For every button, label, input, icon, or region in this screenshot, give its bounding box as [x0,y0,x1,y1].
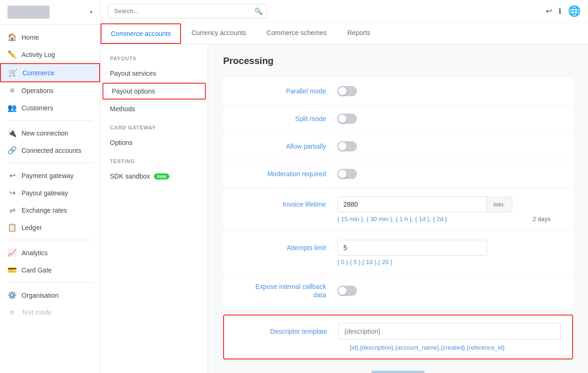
sidebar-item-test-mode[interactable]: ○Test mode [0,304,100,321]
invoice-hint-right: 2 days [533,215,562,222]
nav-icon-ledger: 📋 [7,223,17,232]
sidebar-nav: 🏠Home✏️Activity Log🛒Commerce≡Operations👥… [0,25,100,373]
attempts-20-hint[interactable]: { 20 } [378,258,392,265]
nav-label-organisation: Organisation [22,292,58,299]
invoice-1d-hint[interactable]: { 1d }, [415,215,431,222]
sidebar-logo: ▾ [0,0,100,25]
invoice-lifetime-input[interactable] [337,196,487,212]
expose-callback-label-data: data [313,291,326,299]
options-item[interactable]: Options [101,134,208,151]
expose-callback-toggle[interactable] [337,286,357,296]
sidebar-item-payment-gateway[interactable]: ↩Payment gateway [0,167,100,184]
nav-label-activity-log: Activity Log [22,51,55,58]
sidebar-item-new-connection[interactable]: 🔌New connection [0,124,100,142]
top-tabs: Commerce accountsCurrency accountsCommer… [101,22,588,44]
sidebar-item-analytics[interactable]: 📈Analytics [0,244,100,261]
moderation-required-toggle[interactable] [337,169,357,179]
invoice-2d-hint[interactable]: { 2d } [433,215,447,222]
sidebar-item-card-gate[interactable]: 💳Card Gate [0,261,100,279]
back-icon[interactable]: ↩ [546,7,552,15]
descriptor-template-label: Descriptor template [235,328,338,335]
invoice-lifetime-row: Invoice lifetime min. { 15 min }, { 30 m… [223,188,573,231]
sidebar-item-organisation[interactable]: ⚙️Organisation [0,287,100,304]
avatar-icon[interactable]: 🌐 [568,5,581,17]
split-mode-toggle[interactable] [337,114,357,124]
save-button[interactable]: Save [371,371,425,373]
expose-callback-control [337,286,562,296]
attempts-limit-control [337,240,562,256]
sidebar-item-commerce[interactable]: 🛒Commerce [0,63,100,82]
moderation-required-control [337,169,562,179]
sidebar-item-payout-gateway[interactable]: ↪Payout gateway [0,184,100,201]
nav-label-analytics: Analytics [22,249,48,257]
sidebar-item-customers[interactable]: 👥Customers [0,99,100,116]
logo-chevron-icon[interactable]: ▾ [90,9,93,15]
parallel-mode-toggle[interactable] [337,86,357,96]
invoice-lifetime-suffix: min. [487,197,512,212]
sdk-sandbox-badge: new [154,173,169,179]
nav-label-test-mode: Test mode [22,308,52,316]
attempts-limit-label: Attempts limit [234,244,337,251]
card-gateway-section-label: CARD GATEWAY [101,121,208,134]
tab-commerce-schemes[interactable]: Commerce schemes [256,22,337,44]
sidebar-item-connected-accounts[interactable]: 🔗Connected accounts [0,142,100,159]
tab-currency-accounts[interactable]: Currency accounts [181,22,256,44]
invoice-lifetime-label: Invoice lifetime [234,201,337,208]
top-area: 🔍 ↩ ℹ 🌐 Commerce accountsCurrency accoun… [101,0,588,44]
sidebar-item-operations[interactable]: ≡Operations [0,82,100,99]
sdk-sandbox-label: SDK sandbox [110,172,150,180]
tab-reports[interactable]: Reports [337,22,380,44]
info-icon[interactable]: ℹ [559,7,561,15]
attempts-0-hint[interactable]: { 0 }, [337,258,350,265]
sidebar-item-home[interactable]: 🏠Home [0,29,100,46]
sidebar: ▾ 🏠Home✏️Activity Log🛒Commerce≡Operation… [0,0,101,373]
nav-label-payment-gateway: Payment gateway [22,172,73,179]
allow-partially-control [337,141,562,151]
nav-label-customers: Customers [22,104,53,112]
sidebar-item-ledger[interactable]: 📋Ledger [0,219,100,236]
nav-label-payout-gateway: Payout gateway [22,189,68,197]
expose-callback-label-text: Expose internal callback [255,283,326,290]
allow-partially-row: Allow partially [223,133,573,160]
expose-callback-row: Expose internal callback data [223,274,573,307]
descriptor-template-section: Descriptor template {id},{description},{… [223,315,573,359]
allow-partially-label: Allow partially [234,143,337,150]
invoice-15min-hint[interactable]: { 15 min }, [337,215,365,222]
moderation-required-row: Moderation required [223,160,573,188]
sdk-sandbox-item[interactable]: SDK sandbox new [101,168,208,185]
descriptor-hints: {id},{description},{account_name},{creat… [235,344,561,351]
descriptor-template-input[interactable] [338,323,561,340]
nav-icon-payment-gateway: ↩ [7,171,17,180]
payout-options-item[interactable]: Payout options [102,83,206,100]
testing-section-label: TESTING [101,155,208,168]
allow-partially-toggle[interactable] [337,141,357,151]
attempts-10-hint[interactable]: { 10 }, [363,258,378,265]
nav-icon-customers: 👥 [7,103,17,112]
methods-item[interactable]: Methods [101,100,208,117]
main-panel: Processing Parallel mode Split mode [208,44,588,373]
descriptor-hint-link[interactable]: {id},{description},{account_name},{creat… [349,344,505,351]
sidebar-item-exchange-rates[interactable]: ⇌Exchange rates [0,201,100,219]
invoice-1h-hint[interactable]: { 1 h }, [396,215,414,222]
nav-icon-exchange-rates: ⇌ [7,206,17,215]
parallel-mode-control [337,86,562,96]
attempts-5-hint[interactable]: { 5 }, [350,258,363,265]
nav-icon-test-mode: ○ [7,308,17,316]
nav-label-ledger: Ledger [22,224,42,231]
invoice-30min-hint[interactable]: { 30 min }, [366,215,394,222]
nav-icon-new-connection: 🔌 [7,129,17,137]
top-icons: ↩ ℹ 🌐 [546,5,581,17]
payout-services-item[interactable]: Payout services [101,65,208,82]
search-row: 🔍 ↩ ℹ 🌐 [101,0,588,22]
moderation-required-label: Moderation required [234,170,337,178]
payouts-section-label: PAYOUTS [101,52,208,65]
search-wrap: 🔍 [108,4,267,18]
nav-icon-organisation: ⚙️ [7,291,17,300]
search-input[interactable] [108,4,267,18]
processing-form: Parallel mode Split mode [223,78,573,307]
tab-commerce-accounts[interactable]: Commerce accounts [101,23,181,44]
sidebar-item-activity-log[interactable]: ✏️Activity Log [0,46,100,63]
attempts-limit-input[interactable] [337,240,487,256]
logo-image [7,6,50,19]
panel-title: Processing [223,56,573,66]
